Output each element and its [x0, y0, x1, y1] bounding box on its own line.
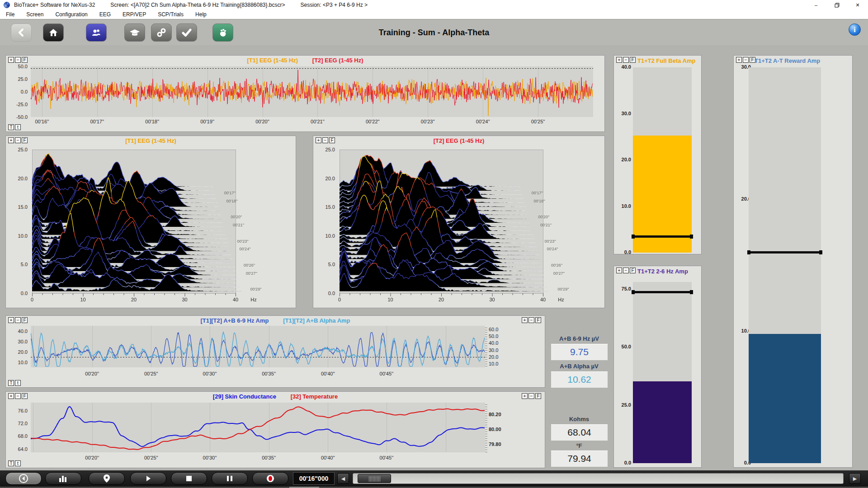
menu-item-configuration[interactable]: Configuration	[49, 11, 93, 18]
record-icon	[266, 474, 274, 483]
timebase-button[interactable]: T	[8, 124, 14, 130]
timebase-alt-button[interactable]: t	[15, 124, 21, 130]
x-axis-time-label: 00'40''	[321, 371, 335, 376]
timebase-alt-button[interactable]: t	[15, 380, 21, 386]
y-axis-label: 20.0	[9, 176, 28, 181]
y-axis-label: 72.0	[9, 421, 28, 426]
zoom-in-button[interactable]: +	[8, 137, 14, 143]
zoom-out-button[interactable]: −	[15, 137, 21, 143]
session-nav-button[interactable]	[5, 472, 42, 485]
full-scale-button[interactable]: F	[22, 393, 28, 399]
zoom-out-button[interactable]: −	[15, 393, 21, 399]
time-label: 00'17''	[532, 191, 543, 195]
zoom-out-button[interactable]: −	[623, 57, 629, 63]
zoom-out-button[interactable]: −	[15, 317, 21, 323]
full-scale-button[interactable]: F	[630, 57, 636, 63]
menu-item-file[interactable]: File	[0, 11, 20, 18]
tasks-button[interactable]	[176, 23, 197, 42]
threshold-line[interactable]	[632, 235, 693, 238]
time-label: 00'18''	[226, 199, 238, 203]
full-scale-button[interactable]: F	[329, 137, 335, 143]
x-axis-time-label: 00'22''	[366, 119, 380, 124]
full-scale-button[interactable]: F	[750, 57, 755, 63]
session-label: Session: <P3 + P4 6-9 Hz >	[301, 2, 368, 8]
zoom-out-button[interactable]: −	[528, 393, 534, 399]
timeline-scrollbar[interactable]	[353, 473, 844, 484]
zoom-in-button[interactable]: +	[616, 267, 622, 273]
threshold-line[interactable]	[748, 251, 822, 253]
x-axis-time-label: 00'25''	[531, 119, 545, 124]
play-button[interactable]	[130, 472, 166, 485]
screen-label: Screen: <[A70]2 Ch Sum Alpha-Theta 6-9 H…	[110, 2, 285, 8]
back-button[interactable]	[11, 23, 32, 42]
pause-button[interactable]	[212, 472, 248, 485]
scale-label: 0.0	[616, 460, 631, 465]
info-icon[interactable]: i	[849, 23, 861, 36]
link-button[interactable]	[151, 23, 172, 42]
full-scale-button[interactable]: F	[22, 137, 28, 143]
timebase-button[interactable]: T	[8, 460, 14, 466]
t1-spectrogram-canvas	[28, 148, 300, 301]
zoom-in-button[interactable]: +	[316, 137, 321, 143]
zoom-in-button[interactable]: +	[736, 57, 742, 63]
menu-item-help[interactable]: Help	[189, 11, 212, 18]
zoom-out-button[interactable]: −	[623, 267, 629, 273]
zoom-out-button[interactable]: −	[15, 57, 21, 63]
readout-value: 79.94	[551, 450, 608, 467]
bar-fill	[633, 381, 692, 463]
zoom-in-button[interactable]: +	[522, 393, 528, 399]
statistics-button[interactable]	[45, 472, 81, 485]
t2-spectrogram-title: [T2] EEG (1-45 Hz)	[434, 137, 485, 144]
zoom-in-button[interactable]: +	[616, 57, 622, 63]
two-six-hz-bar-title: T1+T2 2-6 Hz Amp	[637, 268, 688, 275]
zoom-in-button[interactable]: +	[8, 317, 14, 323]
scroll-right-button[interactable]: ▶	[849, 473, 861, 484]
scale-label: 0.0	[616, 249, 631, 255]
x-axis-time-label: 00'30''	[203, 455, 217, 460]
y-axis-label: 20.0	[317, 176, 335, 181]
at-reward-bar-panel: +−F T1+T2 A-T Reward Amp 30.020.010.00.0	[733, 55, 853, 468]
sc-temp-panel: +−F+−F [29] Skin Conductance [32] Temper…	[5, 391, 545, 468]
zoom-out-button[interactable]: −	[743, 57, 749, 63]
minimize-button[interactable]: –	[806, 0, 826, 10]
full-scale-button[interactable]: F	[535, 317, 541, 323]
link-icon	[156, 28, 166, 38]
zoom-in-button[interactable]: +	[8, 57, 14, 63]
zoom-out-button[interactable]: −	[322, 137, 328, 143]
y-axis-label: 0.0	[9, 89, 28, 94]
time-label: 00'23''	[545, 239, 556, 244]
close-button[interactable]: ✕	[847, 0, 868, 10]
frequency-axis-unit: Hz	[250, 297, 256, 302]
stop-button[interactable]	[171, 472, 207, 485]
record-button[interactable]	[252, 472, 288, 485]
full-scale-button[interactable]: F	[22, 317, 28, 323]
timebase-button[interactable]: T	[8, 380, 14, 386]
menu-item-scptrials[interactable]: SCP/Trials	[152, 11, 189, 18]
transport-bar: 00'16"000 ◀ ▶	[0, 470, 868, 487]
neurofeedback-button[interactable]	[212, 23, 233, 42]
menu-item-erpvep[interactable]: ERP/VEP	[117, 11, 152, 18]
full-scale-button[interactable]: F	[22, 57, 28, 63]
home-button[interactable]	[43, 23, 64, 42]
time-label: 00'20''	[538, 215, 549, 219]
zoom-out-button[interactable]: −	[528, 317, 534, 323]
scroll-left-button[interactable]: ◀	[337, 473, 349, 484]
scrollbar-thumb[interactable]	[358, 474, 391, 483]
menu-item-screen[interactable]: Screen	[20, 11, 49, 18]
threshold-line[interactable]	[632, 291, 693, 293]
marker-button[interactable]	[89, 472, 125, 485]
timebase-alt-button[interactable]: t	[15, 460, 21, 466]
full-scale-button[interactable]: F	[535, 393, 541, 399]
y-axis-label: 25.0	[9, 76, 28, 82]
home-icon	[48, 28, 58, 37]
time-label: 00'27''	[246, 271, 257, 276]
clients-button[interactable]	[86, 23, 107, 42]
zoom-in-button[interactable]: +	[8, 393, 14, 399]
window-titlebar: BioTrace+ Software for NeXus-32 Screen: …	[0, 0, 868, 10]
time-label: 00'29''	[250, 287, 261, 291]
education-button[interactable]	[124, 23, 145, 42]
restore-button[interactable]	[826, 0, 847, 10]
zoom-in-button[interactable]: +	[522, 317, 528, 323]
full-scale-button[interactable]: F	[630, 267, 636, 273]
menu-item-eeg[interactable]: EEG	[94, 11, 117, 18]
